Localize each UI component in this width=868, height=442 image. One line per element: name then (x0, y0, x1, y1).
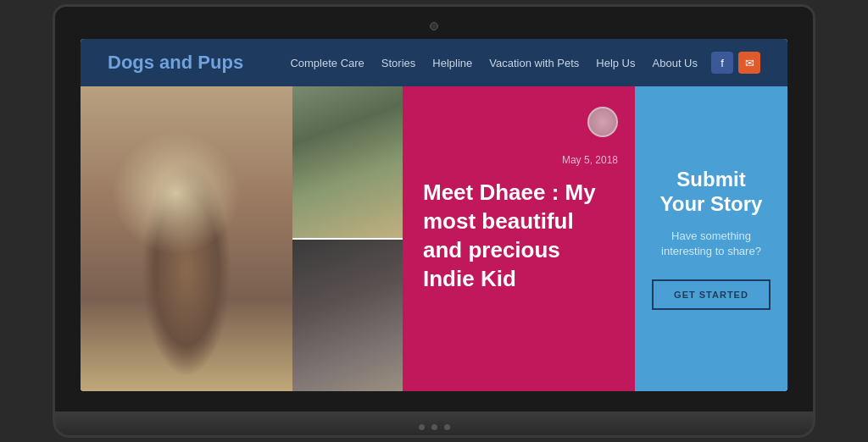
nav-links: Complete Care Stories Helpline Vacation … (290, 55, 698, 70)
nav-item-stories[interactable]: Stories (381, 57, 415, 69)
logo-text-main: Dogs and (108, 52, 198, 73)
hero-images (81, 86, 403, 391)
sidebar-subtitle: Have something interesting to share? (652, 229, 771, 259)
story-date: May 5, 2018 (562, 154, 618, 166)
laptop-base (53, 414, 815, 438)
get-started-button[interactable]: GET STARTED (652, 279, 771, 310)
camera (430, 22, 438, 30)
sidebar-title: Submit Your Story (652, 168, 771, 217)
nav-item-about-us[interactable]: About Us (653, 57, 698, 69)
submit-story-sidebar: Submit Your Story Have something interes… (635, 86, 787, 391)
laptop-container: Dogs and Pups Complete Care Stories Help… (53, 4, 815, 438)
story-avatar (587, 107, 618, 137)
nav-item-vacation[interactable]: Vacation with Pets (489, 57, 579, 69)
story-title[interactable]: Meet Dhaee : My most beautiful and preci… (423, 179, 615, 293)
screen-bezel: Dogs and Pups Complete Care Stories Help… (53, 4, 815, 414)
email-icon[interactable]: ✉ (738, 52, 760, 74)
dot-3 (444, 424, 450, 430)
navbar: Dogs and Pups Complete Care Stories Help… (81, 39, 787, 86)
hero-content: May 5, 2018 Meet Dhaee : My most beautif… (403, 86, 635, 391)
hero-image-dog (81, 86, 292, 391)
hero-section: May 5, 2018 Meet Dhaee : My most beautif… (81, 86, 787, 391)
nav-item-helpline[interactable]: Helpline (432, 57, 472, 69)
site-logo[interactable]: Dogs and Pups (108, 52, 243, 74)
laptop-dots (419, 424, 450, 430)
dot-1 (419, 424, 425, 430)
hero-images-right (292, 86, 403, 391)
social-icons: f ✉ (711, 52, 760, 74)
hero-image-top (292, 86, 403, 238)
dot-2 (431, 424, 437, 430)
nav-item-complete-care[interactable]: Complete Care (290, 57, 364, 69)
browser-window: Dogs and Pups Complete Care Stories Help… (81, 39, 787, 391)
hero-image-bottom (292, 238, 403, 391)
facebook-icon[interactable]: f (711, 52, 733, 74)
nav-item-help-us[interactable]: Help Us (596, 57, 635, 69)
logo-highlight: Pups (198, 52, 243, 73)
